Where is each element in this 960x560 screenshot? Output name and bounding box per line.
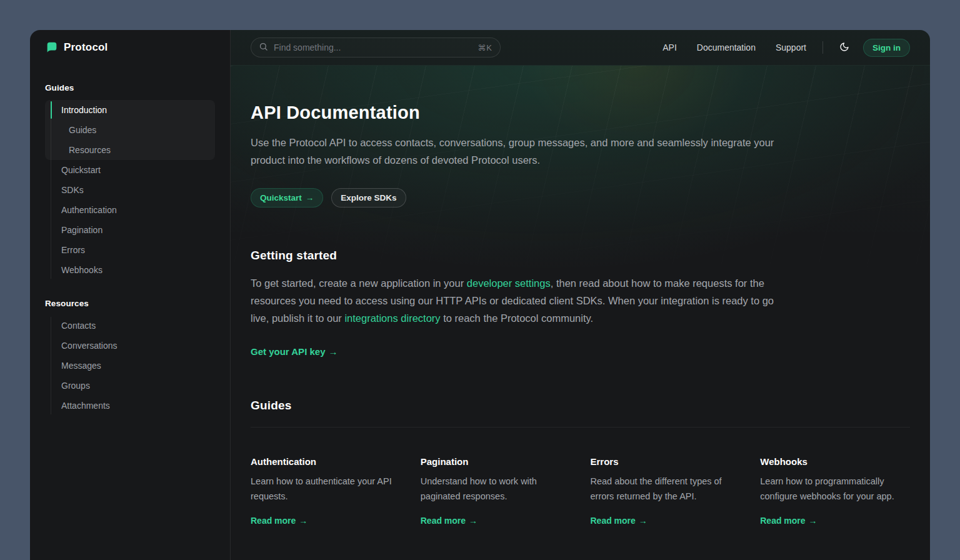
guide-card-authentication: Authentication Learn how to authenticate…: [251, 456, 401, 526]
sidebar-item-attachments[interactable]: Attachments: [45, 396, 215, 416]
read-more-label: Read more: [251, 516, 296, 526]
getting-started-text-3: to reach the Protocol community.: [441, 312, 594, 324]
sidebar-section-resources: Resources: [45, 299, 215, 308]
sidebar-item-messages[interactable]: Messages: [45, 356, 215, 376]
sidebar-item-groups[interactable]: Groups: [45, 376, 215, 396]
sidebar-active-group: Introduction Guides Resources: [45, 100, 215, 160]
sidebar-item-webhooks[interactable]: Webhooks: [45, 260, 215, 280]
search-icon: [259, 42, 268, 54]
theme-toggle-button[interactable]: [837, 39, 852, 56]
guides-section: Guides Authentication Learn how to authe…: [251, 399, 910, 526]
hero-cta-row: Quickstart → Explore SDKs: [251, 188, 910, 208]
guide-card-errors: Errors Read about the different types of…: [591, 456, 741, 526]
sidebar-nav-resources: Contacts Conversations Messages Groups A…: [45, 316, 215, 416]
get-api-key-label: Get your API key: [251, 346, 326, 357]
read-more-link-authentication[interactable]: Read more →: [251, 516, 308, 526]
getting-started-title: Getting started: [251, 249, 910, 262]
page-title: API Documentation: [251, 102, 910, 123]
logo-text: Protocol: [64, 41, 108, 54]
card-title: Errors: [591, 456, 741, 467]
guides-grid: Authentication Learn how to authenticate…: [251, 456, 910, 526]
sidebar-item-authentication[interactable]: Authentication: [45, 200, 215, 220]
page-content: API Documentation Use the Protocol API t…: [231, 102, 930, 526]
quickstart-button[interactable]: Quickstart →: [251, 188, 323, 208]
card-description: Read about the different types of errors…: [591, 474, 741, 504]
guide-card-pagination: Pagination Understand how to work with p…: [421, 456, 571, 526]
protocol-logo-icon: [45, 41, 59, 54]
section-divider: [251, 427, 910, 428]
get-api-key-link[interactable]: Get your API key →: [251, 346, 338, 357]
arrow-right-icon: →: [809, 516, 818, 526]
sidebar-item-pagination[interactable]: Pagination: [45, 220, 215, 240]
card-description: Learn how to authenticate your API reque…: [251, 474, 401, 504]
search-shortcut-hint: ⌘K: [478, 43, 492, 52]
active-page-marker: [51, 101, 52, 119]
card-title: Webhooks: [760, 456, 910, 467]
search-input[interactable]: ⌘K: [251, 38, 501, 58]
sidebar-item-contacts[interactable]: Contacts: [45, 316, 215, 336]
guides-title: Guides: [251, 399, 910, 412]
sidebar-item-resources[interactable]: Resources: [45, 140, 215, 160]
read-more-label: Read more: [760, 516, 805, 526]
read-more-label: Read more: [591, 516, 636, 526]
nav-link-api[interactable]: API: [662, 42, 677, 52]
arrow-right-icon: →: [469, 516, 478, 526]
arrow-right-icon: →: [329, 346, 338, 357]
arrow-right-icon: →: [299, 516, 308, 526]
read-more-link-pagination[interactable]: Read more →: [421, 516, 478, 526]
read-more-link-errors[interactable]: Read more →: [591, 516, 648, 526]
sidebar-section-guides: Guides: [45, 83, 215, 92]
getting-started-text: To get started, create a new application…: [251, 274, 779, 327]
getting-started-section: Getting started To get started, create a…: [251, 249, 910, 358]
header-divider: [822, 41, 823, 54]
nav-link-support[interactable]: Support: [776, 42, 806, 52]
sidebar-item-errors[interactable]: Errors: [45, 240, 215, 260]
quickstart-button-label: Quickstart: [260, 193, 302, 202]
main-area: ⌘K API Documentation Support Sign in AP: [231, 30, 930, 560]
sign-in-button[interactable]: Sign in: [863, 39, 910, 57]
guide-card-webhooks: Webhooks Learn how to programmatically c…: [760, 456, 910, 526]
app-window: Protocol Guides Introduction Guides Reso…: [30, 30, 930, 560]
sidebar-item-sdks[interactable]: SDKs: [45, 180, 215, 200]
page-description: Use the Protocol API to access contacts,…: [251, 134, 779, 169]
developer-settings-link[interactable]: developer settings: [467, 278, 551, 289]
sidebar-nav-guides: Introduction Guides Resources Quickstart…: [45, 100, 215, 280]
explore-sdks-button[interactable]: Explore SDKs: [331, 188, 406, 208]
logo[interactable]: Protocol: [45, 41, 215, 54]
sidebar-item-quickstart[interactable]: Quickstart: [45, 160, 215, 180]
sidebar-item-introduction[interactable]: Introduction: [45, 100, 215, 120]
read-more-label: Read more: [421, 516, 466, 526]
arrow-right-icon: →: [639, 516, 648, 526]
nav-link-documentation[interactable]: Documentation: [697, 42, 756, 52]
card-description: Learn how to programmatically configure …: [760, 474, 910, 504]
moon-icon: [839, 42, 849, 54]
integrations-directory-link[interactable]: integrations directory: [344, 312, 440, 324]
sidebar: Protocol Guides Introduction Guides Reso…: [30, 30, 231, 560]
sidebar-item-conversations[interactable]: Conversations: [45, 336, 215, 356]
card-title: Pagination: [421, 456, 571, 467]
top-bar: ⌘K API Documentation Support Sign in: [231, 30, 930, 65]
header-nav: API Documentation Support Sign in: [642, 39, 910, 57]
read-more-link-webhooks[interactable]: Read more →: [760, 516, 817, 526]
card-description: Understand how to work with paginated re…: [421, 474, 571, 504]
search-field[interactable]: [274, 42, 472, 52]
sidebar-item-guides[interactable]: Guides: [45, 120, 215, 140]
arrow-right-icon: →: [306, 193, 314, 202]
getting-started-text-1: To get started, create a new application…: [251, 278, 467, 289]
card-title: Authentication: [251, 456, 401, 467]
